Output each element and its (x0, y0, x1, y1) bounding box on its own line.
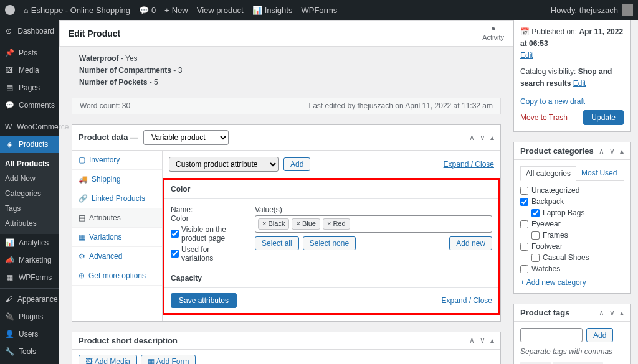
used-variations-checkbox[interactable]: Used for variations (171, 245, 242, 263)
tag-black[interactable]: × Black (258, 218, 289, 230)
tag-blue[interactable]: × Blue (292, 218, 320, 230)
add-form-button[interactable]: ▦ Add Form (141, 355, 196, 364)
tab-more-options[interactable]: ⊕Get more options (72, 266, 162, 286)
products-submenu: All Products Add New Categories Tags Att… (0, 153, 59, 234)
linked-icon: 🔗 (79, 194, 88, 203)
sidebar-item-media[interactable]: 🖼Media (0, 62, 59, 79)
submenu-tags[interactable]: Tags (0, 201, 59, 216)
cat-footwear[interactable]: Footwear (520, 241, 624, 252)
comments-link[interactable]: 💬 0 (139, 6, 156, 15)
short-description-box: Product short description ∧∨▴ 🖼 Add Medi… (72, 332, 501, 364)
save-attributes-button[interactable]: Save attributes (171, 293, 237, 308)
cat-frames[interactable]: Frames (520, 230, 624, 241)
select-all-button[interactable]: Select all (255, 236, 299, 250)
chevron-up-icon[interactable]: ∧ (469, 336, 475, 345)
copy-draft-link[interactable]: Copy to a new draft (520, 97, 585, 106)
sidebar-item-analytics[interactable]: 📊Analytics (0, 234, 59, 251)
all-categories-tab[interactable]: All categories (520, 166, 576, 181)
insights-link[interactable]: 📊 Insights (252, 6, 293, 15)
tab-attributes[interactable]: ▤Attributes (72, 208, 162, 228)
product-data-label: Product data — (79, 133, 138, 142)
tag-input[interactable] (520, 328, 583, 342)
sidebar-item-settings[interactable]: ⚙Settings (0, 360, 59, 364)
wpforms-link[interactable]: WPForms (301, 6, 337, 15)
cat-eyewear[interactable]: Eyewear (520, 218, 624, 230)
word-count-bar: Word count: 30 Last edited by thejuszach… (72, 98, 501, 114)
sidebar-item-pages[interactable]: ▤Pages (0, 79, 59, 96)
most-used-tab[interactable]: Most Used (576, 166, 622, 180)
edit-published-link[interactable]: Edit (520, 51, 533, 60)
tab-inventory[interactable]: ▢Inventory (72, 151, 162, 170)
sidebar-item-posts[interactable]: 📌Posts (0, 44, 59, 62)
drag-icon[interactable]: ▴ (490, 336, 494, 345)
tag-laptop-bags[interactable]: ⊗ laptop bags (553, 362, 603, 364)
sidebar-item-tools[interactable]: 🔧Tools (0, 343, 59, 360)
activity-button[interactable]: ⚑Activity (482, 26, 504, 41)
marketing-icon: 📣 (5, 256, 14, 264)
cat-casual-shoes[interactable]: Casual Shoes (520, 252, 624, 263)
product-data-tabs: ▢Inventory 🚚Shipping 🔗Linked Products ▤A… (72, 151, 163, 321)
attribute-type-select[interactable]: Custom product attribute (169, 157, 279, 172)
sidebar-item-wpforms[interactable]: ▦WPForms (0, 269, 59, 286)
capacity-attribute-header[interactable]: Capacity (164, 269, 498, 288)
shipping-icon: 🚚 (79, 175, 88, 184)
submenu-all-products[interactable]: All Products (0, 156, 59, 171)
admin-bar: ⌂ Eshoppe - Online Shopping 💬 0 + New Vi… (0, 0, 638, 20)
new-link[interactable]: + New (164, 6, 188, 15)
short-description-title: Product short description (79, 336, 178, 345)
tab-variations[interactable]: ▦Variations (72, 228, 162, 247)
cat-backpack[interactable]: Backpack (520, 196, 624, 207)
visible-checkbox[interactable]: Visible on the product page (171, 225, 242, 243)
sidebar-item-comments[interactable]: 💬Comments (0, 96, 59, 114)
submenu-categories[interactable]: Categories (0, 186, 59, 201)
drag-icon[interactable]: ▴ (490, 133, 494, 142)
values-label: Value(s): (255, 205, 492, 214)
add-new-value-button[interactable]: Add new (449, 236, 492, 250)
move-trash-link[interactable]: Move to Trash (520, 112, 568, 124)
site-name[interactable]: ⌂ Eshoppe - Online Shopping (24, 6, 130, 15)
tab-linked[interactable]: 🔗Linked Products (72, 189, 162, 208)
tag-bags[interactable]: ⊗ Bags (520, 362, 551, 364)
sidebar-item-products[interactable]: ◈Products (0, 136, 59, 153)
submenu-attributes[interactable]: Attributes (0, 216, 59, 231)
view-product-link[interactable]: View product (197, 6, 244, 15)
sidebar-item-dashboard[interactable]: ⊙Dashboard (0, 22, 59, 40)
tab-advanced[interactable]: ⚙Advanced (72, 247, 162, 266)
add-attribute-button[interactable]: Add (283, 157, 310, 171)
cat-watches[interactable]: Watches (520, 263, 624, 274)
add-tag-button[interactable]: Add (586, 328, 613, 342)
sidebar-item-woocommerce[interactable]: WWooCommerce (0, 118, 59, 136)
expand-close-link[interactable]: Expand / Close (444, 160, 494, 169)
plugins-icon: 🔌 (5, 312, 14, 321)
sidebar-item-appearance[interactable]: 🖌Appearance (0, 291, 59, 308)
dashboard-icon: ⊙ (5, 27, 12, 35)
tab-shipping[interactable]: 🚚Shipping (72, 170, 162, 189)
avatar[interactable] (622, 4, 633, 16)
update-button[interactable]: Update (583, 110, 624, 125)
chevron-up-icon[interactable]: ∧ (469, 133, 475, 142)
chevron-down-icon[interactable]: ∨ (480, 336, 485, 345)
expand-close-link-bottom[interactable]: Expand / Close (442, 296, 492, 305)
tools-icon: 🔧 (5, 347, 14, 356)
select-none-button[interactable]: Select none (303, 236, 356, 250)
sidebar-item-marketing[interactable]: 📣Marketing (0, 251, 59, 269)
wpforms-icon: ▦ (5, 273, 14, 282)
chevron-down-icon[interactable]: ∨ (480, 133, 485, 142)
edit-visibility-link[interactable]: Edit (573, 79, 586, 88)
admin-sidebar: ⊙Dashboard 📌Posts 🖼Media ▤Pages 💬Comment… (0, 20, 59, 364)
attribute-values-input[interactable]: × Black × Blue × Red (255, 215, 492, 233)
comments-icon: 💬 (5, 101, 14, 110)
sidebar-item-plugins[interactable]: 🔌Plugins (0, 308, 59, 325)
add-new-category-link[interactable]: + Add new category (520, 278, 586, 287)
cat-laptop-bags[interactable]: Laptop Bags (520, 207, 624, 218)
submenu-add-new[interactable]: Add New (0, 171, 59, 186)
greeting[interactable]: Howdy, thejuszach (551, 6, 618, 15)
more-icon: ⊕ (79, 271, 85, 280)
product-type-select[interactable]: Variable product (143, 130, 229, 145)
cat-uncategorized[interactable]: Uncategorized (520, 185, 624, 196)
sidebar-item-users[interactable]: 👤Users (0, 325, 59, 343)
add-media-button[interactable]: 🖼 Add Media (79, 355, 137, 364)
tag-red[interactable]: × Red (323, 218, 350, 230)
color-attribute-header[interactable]: Color (164, 180, 498, 199)
wp-logo-icon[interactable] (5, 5, 15, 15)
